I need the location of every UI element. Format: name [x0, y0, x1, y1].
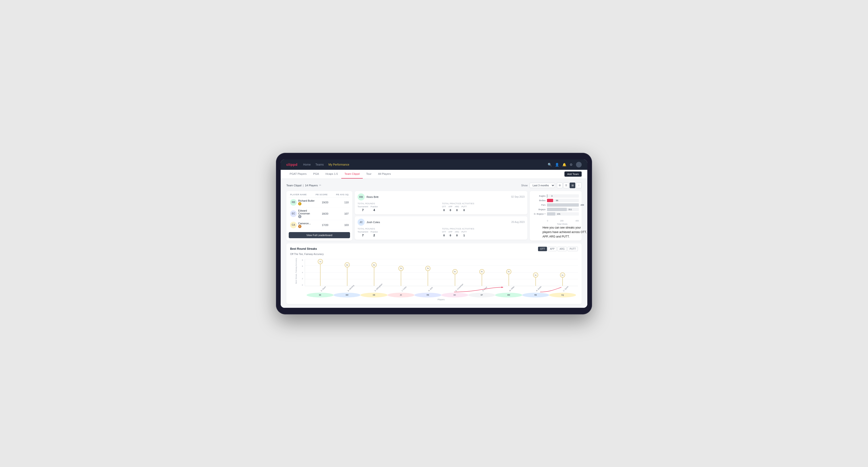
practice-activities-group-josh: Total Practice Activities OTT 0 APP: [442, 228, 525, 237]
player-avatar-streak-1: BM: [334, 293, 361, 298]
streak-line-7: 4x: [508, 272, 509, 286]
app-value: 0: [450, 209, 451, 212]
add-team-button[interactable]: Add Team: [564, 172, 582, 177]
sub-nav-pgat[interactable]: PGAT Players: [286, 169, 310, 179]
bar-bogeys: Bogeys 311: [533, 208, 579, 211]
streaks-header: Best Round Streaks OTT APP ARG PUTT: [290, 247, 578, 251]
streak-name-3: J. Coles: [401, 286, 407, 292]
bar-label-eagles: Eagles: [533, 195, 546, 197]
putt-button[interactable]: PUTT: [567, 247, 578, 251]
sub-nav-tour[interactable]: Tour: [363, 169, 375, 179]
player-avatar-streak-7: MM: [495, 293, 522, 298]
practice-stat-josh: Practice 2: [371, 231, 378, 237]
sub-nav-hcaps[interactable]: Hcaps 1-5: [322, 169, 341, 179]
practice-stat-row-josh: OTT 0 APP 0 ARG: [442, 231, 525, 237]
nav-item-performance[interactable]: My Performance: [329, 163, 349, 166]
axis-400: 400: [576, 220, 579, 222]
col-pb-score: PB SCORE: [316, 193, 335, 196]
practice-label: Practice: [371, 206, 378, 208]
period-select[interactable]: Last 3 months: [530, 183, 555, 188]
streak-col-6: 4xD. Ford: [468, 259, 495, 286]
card-date-josh: 26 Aug 2023: [512, 221, 525, 223]
search-icon[interactable]: 🔍: [548, 163, 552, 166]
pb-score-3: 17/20: [316, 224, 335, 226]
tournament-value-josh: 7: [362, 234, 364, 237]
streak-bars: 7xE. Ebert6xB. McHerg6xD. Billingham5xJ.…: [305, 259, 578, 286]
list-view-button[interactable]: ☰: [563, 183, 569, 188]
view-full-leaderboard-button[interactable]: View Full Leaderboard: [289, 232, 350, 238]
practice-value: 4: [373, 208, 375, 212]
sub-nav-team-clippd[interactable]: Team Clippd: [341, 169, 363, 179]
pb-avg-1: 110: [335, 201, 349, 204]
pb-avg-3: 103: [335, 224, 349, 226]
rounds-stat-row-josh: Tournament 7 Practice 2: [358, 231, 440, 237]
card-date-rees: 02 Sep 2023: [511, 195, 525, 198]
player-avatar-3: CA: [290, 222, 297, 228]
player-avatar-streak-4: RB: [414, 293, 441, 298]
ott-button[interactable]: OTT: [538, 247, 547, 251]
col-pb-avg: PB AVG SQ: [335, 193, 349, 196]
app-button[interactable]: APP: [548, 247, 557, 251]
streak-line-4: 5x: [428, 269, 428, 286]
bell-icon[interactable]: 🔔: [562, 163, 566, 166]
streak-bubble-3: 5x: [398, 266, 404, 271]
bar-dbogeys: D. Bogeys + 131: [533, 212, 579, 216]
players-x-label: Players: [290, 299, 578, 301]
streak-name-9: C. Quick: [563, 285, 569, 292]
practice-activities-group: Total Practice Activities OTT 0 APP: [442, 203, 525, 212]
grid-view-button[interactable]: ⊞: [557, 183, 563, 188]
streak-line-8: 3x: [535, 276, 536, 286]
total-rounds-group-josh: Total Rounds Tournament 7 Practice: [358, 228, 440, 237]
table-row: EC Edward Crossman 2 18/20 107: [289, 208, 350, 220]
axis-0: 0: [547, 220, 548, 222]
nav-item-teams[interactable]: Teams: [315, 163, 323, 166]
player-info-3: CA Cameron... 3: [290, 222, 316, 228]
streak-chart-area: Best Streak, Fairway Accuracy 8 6 4 2 0: [290, 258, 578, 298]
bar-fill-birdies: 96: [547, 199, 553, 202]
arg-button[interactable]: ARG: [557, 247, 567, 251]
player-name-2: Edward Crossman: [298, 209, 316, 215]
rank-badge-3: 3: [298, 225, 302, 228]
streak-name-8: R. Butler: [536, 285, 542, 292]
sub-nav-pga[interactable]: PGA: [310, 169, 322, 179]
arg-value: 0: [456, 209, 458, 212]
bar-track-birdies: 96: [547, 199, 579, 202]
arg-stat: ARG 0: [455, 206, 459, 212]
player-avatar-streak-6: DF: [468, 293, 495, 298]
streak-bubble-4: 5x: [425, 266, 431, 271]
player-avatar-streak-8: RB: [522, 293, 549, 298]
bar-fill-eagles: 3: [547, 194, 547, 198]
streak-line-0: 7x: [320, 262, 320, 286]
table-view-button[interactable]: ↕: [576, 183, 582, 188]
ott-stat: OTT 0: [442, 206, 446, 212]
streak-col-1: 6xB. McHerg: [334, 259, 361, 286]
player-name-1: Richard Butler: [298, 199, 315, 202]
putt-value: 0: [463, 209, 465, 212]
pb-score-1: 19/20: [316, 201, 335, 204]
streak-bubble-8: 3x: [533, 272, 538, 278]
card-view-button[interactable]: ▤: [569, 183, 575, 188]
edit-icon[interactable]: ✏: [319, 184, 321, 187]
streak-col-0: 7xE. Ebert: [307, 259, 334, 286]
nav-item-home[interactable]: Home: [303, 163, 311, 166]
bar-eagles: Eagles 3: [533, 194, 579, 198]
streaks-subtitle: Off The Tee, Fairway Accuracy: [290, 253, 578, 255]
avatar[interactable]: [576, 162, 582, 167]
user-icon[interactable]: 👤: [555, 163, 559, 166]
team-name: Team Clippd: [286, 184, 302, 187]
nav-items: Home Teams My Performance: [303, 163, 542, 166]
player-info-2: EC Edward Crossman 2: [290, 209, 316, 218]
streak-name-7: M. Miller: [509, 285, 515, 291]
streak-bubble-6: 4x: [479, 269, 485, 274]
streak-line-6: 4x: [482, 272, 482, 286]
ott-value: 0: [443, 209, 445, 212]
settings-icon[interactable]: ⚙: [569, 163, 573, 166]
team-title: Team Clippd | 14 Players ✏: [286, 184, 321, 187]
sub-nav-all-players[interactable]: All Players: [375, 169, 394, 179]
practice-value-josh: 2: [373, 234, 375, 237]
app-stat: APP 0: [448, 206, 453, 212]
player-avatar-streak-0: EE: [307, 293, 334, 298]
bar-track-eagles: 3: [547, 194, 579, 198]
card-player-name-josh: Josh Coles: [367, 221, 380, 224]
player-name-3: Cameron...: [298, 222, 311, 225]
